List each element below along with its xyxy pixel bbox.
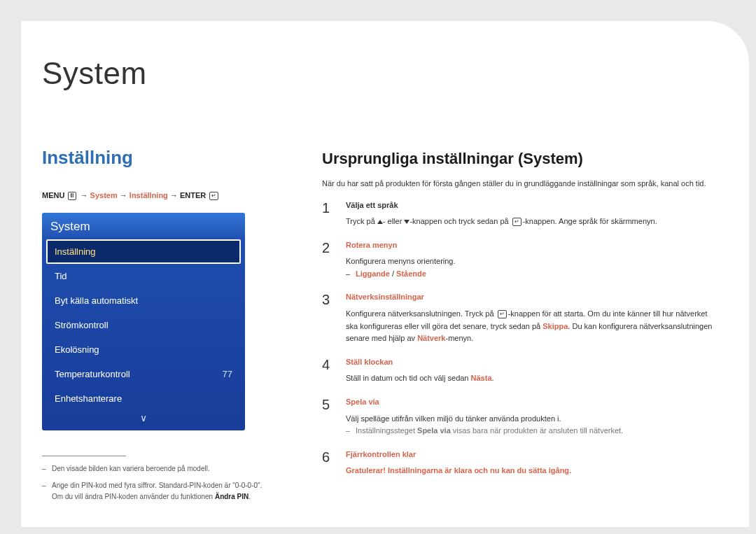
step-body: Välja ett språk Tryck på - eller -knappe… [346, 199, 714, 228]
step-6-title: Fjärrkontrollen klar [346, 449, 714, 461]
bc-arrow-2: → [120, 191, 127, 199]
footnote-separator [42, 456, 126, 456]
menu-item-label: Tid [55, 271, 67, 281]
enter-icon: ↵ [498, 310, 507, 318]
step-number-4: 4 [322, 356, 333, 385]
right-column: Ursprungliga inställningar (System) När … [322, 147, 714, 508]
step-6: 6 Fjärrkontrollen klar Gratulerar! Instä… [322, 449, 714, 477]
t: -knappen och tryck sedan på [410, 217, 510, 225]
step-3-body: Konfigurera nätverksanslutningen. Tryck … [346, 308, 714, 345]
chevron-down-icon: ∨ [42, 411, 245, 426]
step-2-sub: Liggande / Stående [346, 268, 714, 281]
menu-item-tid: Tid [48, 264, 239, 288]
up-icon [377, 220, 383, 224]
step-3-title: Nätverksinställningar [346, 291, 714, 304]
menu-icon: Ⅲ [68, 192, 76, 200]
step-4-title: Ställ klockan [346, 356, 714, 369]
bc-arrow-1: → [80, 191, 88, 199]
bc-enter: ENTER [180, 191, 206, 199]
document-page: System Inställning MENU Ⅲ → System → Ins… [21, 21, 749, 527]
left-heading: Inställning [42, 147, 273, 169]
t: - eller [383, 217, 405, 225]
natverk: Nätverk [417, 334, 445, 342]
menu-item-value: 77 [223, 369, 232, 379]
sep: / [390, 269, 396, 278]
t: . [492, 374, 494, 382]
t: -menyn. [445, 334, 473, 342]
staende: Stående [396, 269, 426, 278]
bc-system: System [90, 191, 118, 199]
spela-via-em: Spela via [417, 426, 451, 435]
t: Tryck på [346, 217, 377, 225]
nasta: Nästa [471, 374, 492, 382]
liggande: Liggande [356, 269, 390, 278]
menu-item-label: Strömkontroll [55, 320, 108, 330]
footnote-2a: Ange din PIN-kod med fyra siffror. Stand… [52, 482, 262, 489]
menu-item-label: Byt källa automatiskt [55, 295, 138, 306]
step-body: Ställ klockan Ställ in datum och tid och… [346, 356, 714, 385]
step-number-2: 2 [322, 239, 333, 281]
t: Inställningssteget [356, 426, 417, 435]
step-2: 2 Rotera menyn Konfigurera menyns orient… [322, 239, 714, 281]
step-2-title: Rotera menyn [346, 239, 714, 252]
bc-arrow-3: → [170, 191, 178, 199]
step-2-body: Konfigurera menyns orientering. [346, 255, 714, 268]
chapter-title: System [42, 56, 714, 91]
step-1-body: Tryck på - eller -knappen och tryck seda… [346, 216, 714, 228]
step-1: 1 Välja ett språk Tryck på - eller -knap… [322, 199, 714, 228]
right-heading: Ursprungliga inställningar (System) [322, 150, 714, 168]
menu-item-stromkontroll: Strömkontroll [48, 313, 239, 337]
step-number-3: 3 [322, 291, 333, 344]
step-number-6: 6 [322, 449, 333, 477]
content-columns: Inställning MENU Ⅲ → System → Inställnin… [42, 147, 714, 508]
menu-item-byt-kalla: Byt källa automatiskt [48, 288, 239, 313]
menu-title: System [42, 213, 245, 239]
menu-item-label: Enhetshanterare [55, 393, 122, 404]
step-5-body: Välj spelläge utifrån vilken miljö du tä… [346, 413, 714, 426]
menu-item-enhetshanterare: Enhetshanterare [48, 386, 239, 411]
step-body: Fjärrkontrollen klar Gratulerar! Inställ… [346, 449, 714, 477]
step-6-final: Gratulerar! Inställningarna är klara och… [346, 465, 714, 477]
breadcrumb: MENU Ⅲ → System → Inställning → ENTER ↵ [42, 191, 273, 200]
enter-icon: ↵ [209, 192, 218, 200]
intro-text: När du har satt på produkten för första … [322, 178, 714, 190]
step-number-5: 5 [322, 396, 333, 437]
left-column: Inställning MENU Ⅲ → System → Inställnin… [42, 147, 273, 508]
enter-icon: ↵ [512, 218, 522, 226]
menu-item-installning: Inställning [46, 239, 241, 264]
t: Konfigurera nätverksanslutningen. Tryck … [346, 309, 496, 318]
step-5: 5 Spela via Välj spelläge utifrån vilken… [322, 396, 714, 437]
menu-item-ekolosning: Ekolösning [48, 337, 239, 362]
footnote-2b: Om du vill ändra PIN-koden använder du f… [52, 493, 215, 500]
step-5-title: Spela via [346, 396, 714, 409]
footnote-2b-em: Ändra PIN [215, 493, 248, 500]
step-4-body: Ställ in datum och tid och välj sedan Nä… [346, 372, 714, 385]
step-5-sub: Inställningssteget Spela via visas bara … [346, 425, 714, 437]
footnote-2c: . [248, 493, 251, 500]
step-body: Rotera menyn Konfigurera menyns orienter… [346, 239, 714, 281]
step-body: Nätverksinställningar Konfigurera nätver… [346, 291, 714, 344]
step-3: 3 Nätverksinställningar Konfigurera nätv… [322, 291, 714, 344]
system-menu-screenshot: System Inställning Tid Byt källa automat… [42, 213, 245, 430]
footnote-1: Den visade bilden kan variera beroende p… [42, 463, 273, 475]
bc-setting: Inställning [130, 191, 168, 199]
t: Ställ in datum och tid och välj sedan [346, 374, 471, 382]
bc-menu: MENU [42, 191, 64, 199]
t: -knappen. Ange språk för skärmmenyn. [523, 217, 657, 225]
step-4: 4 Ställ klockan Ställ in datum och tid o… [322, 356, 714, 385]
step-1-title: Välja ett språk [346, 199, 714, 212]
menu-item-label: Inställning [55, 246, 96, 257]
menu-item-temperatur: Temperaturkontroll 77 [48, 362, 239, 386]
t: visas bara när produkten är ansluten til… [451, 426, 623, 435]
skippa: Skippa [542, 322, 568, 330]
step-number-1: 1 [322, 199, 333, 228]
menu-item-label: Temperaturkontroll [55, 369, 130, 379]
menu-item-label: Ekolösning [55, 344, 99, 355]
footnote-2: Ange din PIN-kod med fyra siffror. Stand… [42, 480, 273, 503]
step-body: Spela via Välj spelläge utifrån vilken m… [346, 396, 714, 437]
